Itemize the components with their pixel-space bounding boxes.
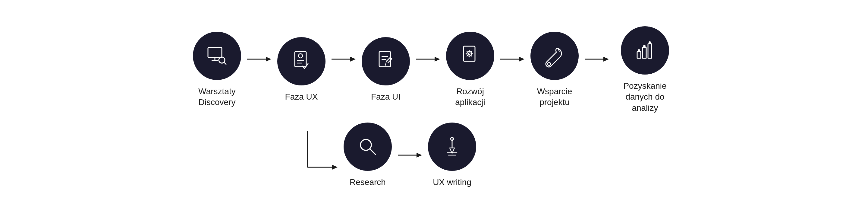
svg-rect-0 — [208, 47, 222, 58]
svg-line-30 — [467, 55, 468, 56]
step-label-faza-ui: Faza UI — [371, 91, 401, 102]
svg-point-33 — [548, 62, 551, 65]
svg-rect-39 — [648, 44, 652, 58]
top-row: Warsztaty Discovery — [193, 26, 675, 113]
svg-marker-32 — [519, 57, 524, 61]
svg-line-17 — [385, 61, 386, 66]
svg-line-29 — [471, 51, 472, 52]
svg-marker-6 — [266, 57, 271, 61]
svg-marker-49 — [416, 153, 422, 158]
svg-rect-20 — [464, 46, 475, 61]
step-faza-ui: Faza UI — [362, 37, 410, 102]
arrow-4 — [500, 53, 524, 65]
step-label-warsztaty-discovery: Warsztaty Discovery — [198, 86, 236, 108]
circle-faza-ux — [277, 37, 326, 85]
step-warsztaty-discovery: Warsztaty Discovery — [193, 32, 241, 108]
bottom-row: Research UX writing — [301, 123, 476, 188]
arrow-3 — [416, 53, 440, 65]
svg-line-27 — [467, 51, 468, 52]
circle-ux-writing — [428, 123, 476, 171]
step-label-research: Research — [350, 177, 386, 188]
svg-rect-38 — [643, 47, 646, 58]
svg-point-41 — [643, 45, 646, 47]
circle-faza-ui — [362, 37, 410, 85]
svg-marker-12 — [350, 57, 355, 61]
svg-marker-45 — [332, 165, 338, 170]
circle-warsztaty-discovery — [193, 32, 241, 80]
arrow-branch — [398, 149, 422, 161]
svg-line-47 — [370, 149, 375, 155]
svg-point-8 — [299, 54, 303, 58]
step-label-ux-writing: UX writing — [433, 177, 471, 188]
step-label-wsparcie-projektu: Wsparcie projektu — [537, 86, 572, 108]
step-label-pozyskanie-danych: Pozyskanie danych do analizy — [615, 81, 675, 113]
circle-wsparcie-projektu — [530, 32, 579, 80]
svg-point-42 — [649, 42, 651, 44]
arrow-1 — [247, 53, 271, 65]
circle-pozyskanie-danych — [621, 26, 669, 75]
circle-research — [344, 123, 392, 171]
svg-rect-37 — [637, 52, 641, 58]
step-wsparcie-projektu: Wsparcie projektu — [530, 32, 579, 108]
step-label-faza-ux: Faza UX — [285, 91, 318, 102]
l-connector — [301, 131, 338, 179]
step-ux-writing: UX writing — [428, 123, 476, 188]
diagram-container: Warsztaty Discovery — [169, 14, 699, 200]
arrow-2 — [332, 53, 355, 65]
svg-point-22 — [468, 53, 470, 55]
arrow-5 — [585, 53, 609, 65]
svg-line-4 — [224, 62, 226, 64]
svg-line-28 — [471, 55, 472, 56]
step-pozyskanie-danych: Pozyskanie danych do analizy — [615, 26, 675, 113]
svg-marker-19 — [435, 57, 440, 61]
svg-marker-36 — [603, 57, 609, 61]
circle-rozwoj-aplikacji — [446, 32, 494, 80]
step-label-rozwoj-aplikacji: Rozwój aplikacji — [455, 86, 485, 108]
svg-point-40 — [638, 49, 640, 52]
step-faza-ux: Faza UX — [277, 37, 326, 102]
step-rozwoj-aplikacji: Rozwój aplikacji — [446, 32, 494, 108]
step-research: Research — [344, 123, 392, 188]
